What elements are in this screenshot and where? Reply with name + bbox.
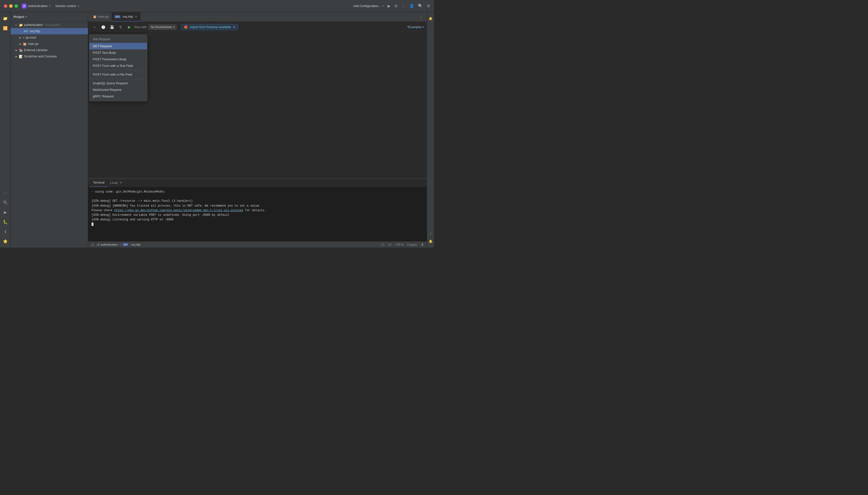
dropdown-item-get-request[interactable]: GET Request	[89, 43, 147, 49]
dropdown-item-post-text-label: POST Text Body	[93, 51, 116, 54]
dropdown-item-grpc[interactable]: gRPC Request	[89, 93, 147, 100]
env-chevron: ▾	[173, 26, 174, 28]
play-icon: ▶	[128, 25, 131, 29]
status-api-badge: API	[122, 243, 128, 246]
tree-item-main-go[interactable]: ▶ 🐹 main.go	[11, 41, 88, 47]
sidebar-info-icon[interactable]: ℹ	[1, 227, 10, 236]
status-position: 1:1	[381, 243, 385, 246]
sidebar-plugins-icon[interactable]: 🔌	[1, 198, 10, 207]
status-branch-name: authentication	[101, 243, 118, 246]
sidebar-more-icon[interactable]: ⋯	[1, 188, 10, 197]
history-button[interactable]: 🕐	[100, 24, 106, 31]
examples-button[interactable]: *Examples ▾	[407, 25, 424, 29]
postman-close-button[interactable]: ✕	[233, 25, 235, 29]
tree-item-scratches[interactable]: ▶ 📝 Scratches and Consoles	[11, 53, 88, 59]
environment-dropdown[interactable]: No Environment ▾	[149, 24, 176, 30]
dropdown-item-get-label: GET Request	[93, 44, 112, 48]
run-with-label: Run with:	[135, 25, 147, 29]
sidebar-debug-icon[interactable]: 🐛	[1, 218, 10, 226]
sidebar-bookmark-icon[interactable]: ⭐	[1, 237, 10, 245]
save-button[interactable]: 💾	[108, 24, 115, 31]
minimize-button[interactable]	[9, 4, 13, 8]
terminal-line-6: [GIN-debug] Environment variable PORT is…	[91, 213, 423, 218]
settings-icon[interactable]: ⚙	[394, 4, 398, 8]
terminal-cursor-line	[91, 222, 423, 227]
dropdown-item-grpc-label: gRPC Request	[93, 95, 114, 98]
dropdown-item-websocket[interactable]: WebSocket Request	[89, 86, 147, 93]
dropdown-item-post-params-label: POST Parameters Body	[93, 57, 126, 61]
tree-item-req-http[interactable]: API req.http	[11, 28, 88, 34]
tab-close-req-http[interactable]: ✕	[134, 15, 138, 18]
dropdown-item-post-params-body[interactable]: POST Parameters Body	[89, 56, 147, 63]
project-header[interactable]: Project ▾	[11, 12, 88, 22]
close-button[interactable]	[4, 4, 7, 8]
collapse-button[interactable]: ⇅	[117, 24, 124, 31]
tab-req-http-label: req.http	[123, 15, 133, 18]
dropdown-item-post-form-text[interactable]: POST Form with a Text Field	[89, 63, 147, 69]
run-button[interactable]: ▶	[126, 24, 133, 31]
tab-main-go[interactable]: 🐹 main.go	[90, 12, 112, 21]
terminal-line-2	[91, 194, 423, 199]
tree-chevron-scratches: ▶	[16, 55, 19, 58]
app-name-section[interactable]: A authentication ▾	[22, 4, 50, 8]
dropdown-divider-1	[89, 70, 147, 70]
dropdown-item-graphql-label: GraphQL Query Request	[93, 81, 127, 85]
gear-icon[interactable]: ⚙	[427, 4, 430, 8]
right-notifications-icon[interactable]: 🔔	[426, 14, 434, 23]
terminal-line-4: [GIN-debug] [WARNING] You trusted all pr…	[91, 204, 423, 208]
sidebar-run-icon[interactable]: ▶	[1, 208, 10, 217]
search-icon[interactable]: 🔍	[418, 4, 423, 8]
tab-main-go-label: main.go	[98, 15, 109, 18]
terminal-link[interactable]: https://pkg.go.dev/github.com/gin-gonic/…	[114, 209, 243, 212]
sidebar-project-icon[interactable]: 📁	[1, 14, 10, 23]
tree-item-go-mod[interactable]: ▶ ≡ go.mod	[11, 34, 88, 41]
dropdown-item-post-text-body[interactable]: POST Text Body	[89, 49, 147, 56]
tab-more-icon[interactable]: ⋮	[419, 14, 424, 20]
dropdown-item-graphql[interactable]: GraphQL Query Request	[89, 80, 147, 86]
tree-item-external-libraries[interactable]: ▶ 📚 External Libraries	[11, 47, 88, 53]
terminal-content[interactable]: - using code: gin.SetMode(gin.ReleaseMod…	[88, 187, 427, 241]
terminal-tab-local[interactable]: Local ✕	[107, 178, 125, 187]
go-icon-main-go: 🐹	[23, 42, 27, 46]
version-control-label: Version control	[55, 4, 76, 8]
more-icon[interactable]: ⋮	[402, 4, 405, 8]
titlebar-right: Add Configuration... ▾ ▶ ⚙ ⋮ 👤 🔍 ⚙	[353, 4, 430, 8]
tree-chevron-main-go: ▶	[19, 42, 23, 45]
tree-item-authentication[interactable]: ▾ 📁 authentication ~/GoLandPro	[11, 22, 88, 28]
status-upload-icon[interactable]: ⬆	[421, 243, 424, 246]
version-control-section[interactable]: Version control ▾	[55, 4, 79, 8]
titlebar: A authentication ▾ Version control ▾ Add…	[0, 0, 434, 12]
project-chevron: ▾	[26, 16, 27, 18]
status-warning-icon[interactable]: ⚠	[91, 243, 94, 246]
status-indent: 0 space	[407, 243, 417, 246]
maximize-button[interactable]	[15, 4, 18, 8]
editor-area: Add Request GET Request POST Text Body P…	[88, 32, 427, 178]
postman-banner[interactable]: 🎁 Import from Postman available ✕	[182, 24, 238, 30]
run-icon[interactable]: ▶	[388, 4, 390, 8]
right-bottom-icon[interactable]: 🔔	[426, 237, 434, 245]
add-configuration-button[interactable]: Add Configuration... ▾	[353, 4, 384, 8]
tree-label-external-libraries: External Libraries	[24, 48, 48, 52]
version-chevron: ▾	[78, 5, 79, 7]
status-bar: ⚠ ⎇ authentication › API req.http 1:1 LF…	[88, 241, 427, 248]
user-icon[interactable]: 👤	[409, 4, 414, 8]
folder-icon-authentication: 📁	[19, 23, 23, 27]
tab-bar-actions: ⋮	[418, 12, 425, 21]
left-sidebar-icons: 📁 🔀 ⋯ 🔌 ▶ 🐛 ℹ ⭐	[0, 12, 11, 248]
dropdown-item-websocket-label: WebSocket Request	[93, 88, 121, 91]
terminal-local-close[interactable]: ✕	[119, 181, 122, 185]
sidebar-vcs-icon[interactable]: 🔀	[1, 24, 10, 32]
status-branch-section[interactable]: ⎇ authentication › API req.http	[96, 243, 140, 246]
status-bar-left: ⚠ ⎇ authentication › API req.http	[91, 243, 140, 246]
collapse-icon: ⇅	[119, 25, 122, 29]
add-request-button[interactable]: +	[91, 24, 98, 31]
tree-chevron-authentication: ▾	[16, 24, 19, 27]
dropdown-item-post-form-file[interactable]: POST Form with a File Field	[89, 71, 147, 78]
tree-label-main-go: main.go	[28, 42, 38, 46]
tab-req-http[interactable]: API req.http ✕	[112, 12, 140, 21]
run-with-section: Run with: No Environment ▾	[135, 24, 176, 30]
terminal-tab-terminal[interactable]: Terminal	[90, 178, 107, 187]
tree-label-go-mod: go.mod	[26, 36, 36, 39]
app-icon: A	[22, 4, 27, 8]
terminal-cursor	[91, 223, 93, 226]
